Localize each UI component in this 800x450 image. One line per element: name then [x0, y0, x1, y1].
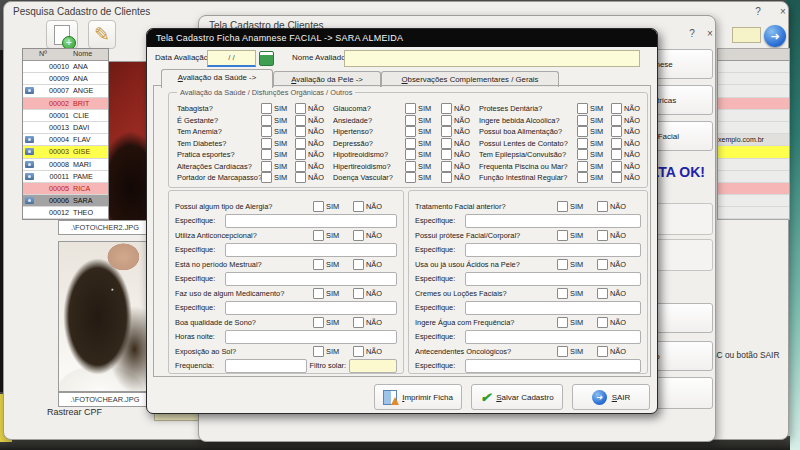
answer-input[interactable]	[465, 214, 641, 228]
answer-input[interactable]	[225, 214, 397, 228]
sim-checkbox[interactable]: SIM	[405, 161, 441, 172]
nao-checkbox[interactable]: NÃO	[353, 288, 397, 299]
nao-checkbox[interactable]: NÃO	[353, 346, 397, 357]
nao-checkbox[interactable]: NÃO	[295, 126, 327, 137]
close-button[interactable]: ×	[703, 28, 717, 39]
sim-checkbox[interactable]: SIM	[261, 149, 295, 160]
sim-checkbox[interactable]: SIM	[261, 115, 295, 126]
nome-avaliador-input[interactable]	[344, 50, 640, 67]
nao-checkbox[interactable]: NÃO	[441, 149, 473, 160]
nao-checkbox[interactable]: NÃO	[441, 172, 473, 183]
sim-checkbox[interactable]: SIM	[405, 115, 441, 126]
tab-avaliacao-saude[interactable]: Avaliação da Saúde ->	[161, 69, 273, 88]
nao-checkbox[interactable]: NÃO	[611, 126, 647, 137]
table-row[interactable]: 00006 SARA	[23, 195, 108, 207]
sim-checkbox[interactable]: SIM	[313, 317, 353, 328]
table-row[interactable]: 00011 PAME	[23, 171, 108, 183]
help-button[interactable]: ?	[751, 6, 765, 17]
table-row[interactable]: 00003 GISE	[23, 146, 108, 158]
sim-checkbox[interactable]: SIM	[557, 288, 597, 299]
nao-checkbox[interactable]: NÃO	[441, 115, 473, 126]
nao-checkbox[interactable]: NÃO	[597, 259, 641, 270]
table-row[interactable]: 00004 FLAV	[23, 134, 108, 146]
next-record-button[interactable]	[764, 25, 786, 47]
table-row[interactable]: 00007 ANGE	[23, 85, 108, 97]
answer-input[interactable]	[465, 243, 641, 257]
sim-checkbox[interactable]: SIM	[577, 103, 611, 114]
table-row[interactable]: 00008 MARI	[23, 159, 108, 171]
sim-checkbox[interactable]: SIM	[313, 288, 353, 299]
sim-checkbox[interactable]: SIM	[577, 161, 611, 172]
answer-input[interactable]	[225, 301, 397, 315]
nao-checkbox[interactable]: NÃO	[295, 138, 327, 149]
sim-checkbox[interactable]: SIM	[313, 201, 353, 212]
sim-checkbox[interactable]: SIM	[557, 230, 597, 241]
answer-input[interactable]	[465, 359, 641, 373]
nao-checkbox[interactable]: NÃO	[597, 201, 641, 212]
answer-input[interactable]	[465, 272, 641, 286]
sim-checkbox[interactable]: SIM	[577, 138, 611, 149]
list-item[interactable]	[718, 110, 789, 122]
nao-checkbox[interactable]: NÃO	[295, 161, 327, 172]
sim-checkbox[interactable]: SIM	[405, 149, 441, 160]
nao-checkbox[interactable]: NÃO	[597, 346, 641, 357]
sim-checkbox[interactable]: SIM	[405, 103, 441, 114]
close-button[interactable]: ×	[776, 6, 790, 17]
sim-checkbox[interactable]: SIM	[261, 103, 295, 114]
sim-checkbox[interactable]: SIM	[261, 161, 295, 172]
salvar-cadastro-button[interactable]: Salvar Cadastro	[471, 384, 563, 410]
answer-input[interactable]	[465, 330, 641, 344]
sim-checkbox[interactable]: SIM	[405, 138, 441, 149]
list-item[interactable]	[718, 207, 789, 219]
sim-checkbox[interactable]: SIM	[557, 317, 597, 328]
sim-checkbox[interactable]: SIM	[577, 115, 611, 126]
nao-checkbox[interactable]: NÃO	[353, 230, 397, 241]
sim-checkbox[interactable]: SIM	[405, 126, 441, 137]
nao-checkbox[interactable]: NÃO	[295, 103, 327, 114]
list-item[interactable]	[718, 122, 789, 134]
nao-checkbox[interactable]: NÃO	[441, 126, 473, 137]
sim-checkbox[interactable]: SIM	[577, 172, 611, 183]
imprimir-ficha-button[interactable]: Imprimir Ficha	[374, 384, 462, 410]
nao-checkbox[interactable]: NÃO	[353, 317, 397, 328]
nao-checkbox[interactable]: NÃO	[611, 172, 647, 183]
sim-checkbox[interactable]: SIM	[577, 126, 611, 137]
table-row[interactable]: 00005 RICA	[23, 183, 108, 195]
sim-checkbox[interactable]: SIM	[261, 172, 295, 183]
sim-checkbox[interactable]: SIM	[261, 126, 295, 137]
nao-checkbox[interactable]: NÃO	[441, 103, 473, 114]
sim-checkbox[interactable]: SIM	[313, 230, 353, 241]
help-button[interactable]: ?	[685, 28, 699, 39]
list-item[interactable]	[718, 98, 789, 110]
sim-checkbox[interactable]: SIM	[313, 259, 353, 270]
sim-checkbox[interactable]: SIM	[405, 172, 441, 183]
nao-checkbox[interactable]: NÃO	[441, 138, 473, 149]
table-row[interactable]: 00012 THEO	[23, 207, 108, 219]
table-row[interactable]: 00002 BRIT	[23, 98, 108, 110]
table-row[interactable]: 00001 CLIE	[23, 110, 108, 122]
nao-checkbox[interactable]: NÃO	[611, 161, 647, 172]
nao-checkbox[interactable]: NÃO	[597, 230, 641, 241]
nao-checkbox[interactable]: NÃO	[597, 317, 641, 328]
nao-checkbox[interactable]: NÃO	[353, 201, 397, 212]
list-item[interactable]	[718, 171, 789, 183]
sim-checkbox[interactable]: SIM	[313, 346, 353, 357]
table-row[interactable]: 00010 ANA	[23, 61, 108, 73]
nao-checkbox[interactable]: NÃO	[353, 259, 397, 270]
list-item[interactable]	[718, 195, 789, 207]
calendar-button[interactable]	[259, 51, 274, 66]
sim-checkbox[interactable]: SIM	[557, 259, 597, 270]
answer-input[interactable]	[225, 330, 397, 344]
nao-checkbox[interactable]: NÃO	[611, 149, 647, 160]
sair-button[interactable]: SAIR	[572, 384, 650, 410]
sim-checkbox[interactable]: SIM	[261, 138, 295, 149]
nao-checkbox[interactable]: NÃO	[611, 138, 647, 149]
list-item[interactable]	[718, 85, 789, 97]
list-item[interactable]	[718, 159, 789, 171]
sim-checkbox[interactable]: SIM	[557, 346, 597, 357]
sim-checkbox[interactable]: SIM	[557, 201, 597, 212]
sim-checkbox[interactable]: SIM	[577, 149, 611, 160]
nao-checkbox[interactable]: NÃO	[295, 172, 327, 183]
list-item[interactable]: xemplo.com.br	[718, 134, 789, 146]
table-row[interactable]: 00009 ANA	[23, 73, 108, 85]
